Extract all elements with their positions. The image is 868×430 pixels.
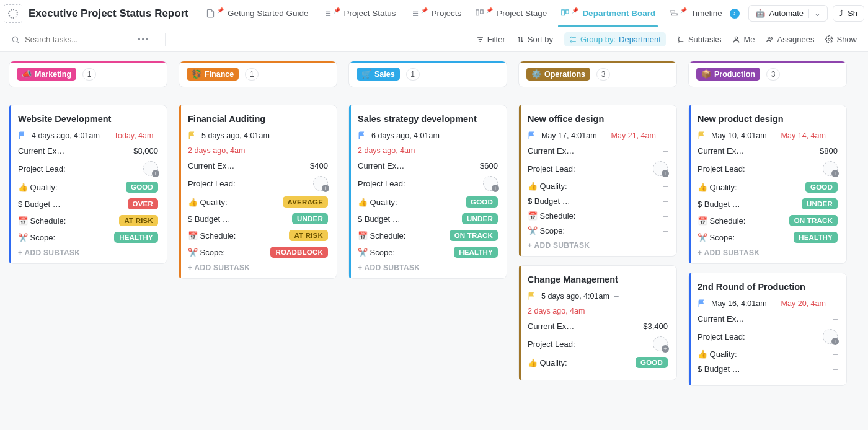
share-button[interactable]: ⤴ Sh: [833, 5, 864, 22]
column-name: Finance: [205, 70, 234, 79]
card-dates: May 17, 4:01am –May 21, 4am: [528, 131, 668, 140]
budget-label: $ Budget …: [698, 364, 740, 374]
share-icon: ⤴: [839, 9, 844, 18]
automate-button[interactable]: 🤖 Automate ⌄: [748, 5, 828, 22]
column-count: 3: [766, 68, 780, 81]
start-date: 4 days ago, 4:01am: [32, 131, 100, 140]
assignee-avatar[interactable]: [483, 176, 498, 191]
column-header[interactable]: 📣 Marketing 1: [9, 61, 167, 87]
budget-label: $ Budget …: [358, 214, 401, 224]
add-subtask-button[interactable]: ADD SUBTASK: [528, 241, 668, 250]
task-card[interactable]: Financial Auditing 5 days ago, 4:01am – …: [179, 105, 337, 279]
schedule-label: 📅 Schedule:: [698, 216, 745, 226]
show-button[interactable]: Show: [825, 35, 857, 44]
board: 📣 Marketing 1 Website Development 4 days…: [0, 52, 868, 407]
group-icon: [569, 35, 577, 43]
column-emoji-icon: 📣: [22, 69, 32, 79]
tab-department-board[interactable]: 📌 Department Board: [554, 0, 662, 27]
add-subtask-button[interactable]: ADD SUBTASK: [358, 263, 498, 272]
expense-label: Current Ex…: [528, 322, 574, 331]
lead-label: Project Lead:: [698, 164, 745, 173]
pin-icon: 📌: [421, 7, 428, 14]
add-subtask-button[interactable]: ADD SUBTASK: [188, 263, 328, 272]
budget-badge: UNDER: [802, 198, 838, 209]
groupby-button[interactable]: Group by: Department: [564, 32, 666, 46]
column-stripe: [349, 61, 507, 63]
add-subtask-button[interactable]: ADD SUBTASK: [18, 248, 158, 257]
search-input[interactable]: [25, 35, 112, 44]
lead-label: Project Lead:: [18, 164, 66, 173]
column-header[interactable]: 💱 Finance 1: [179, 61, 337, 87]
page-title: Executive Project Status Report: [29, 7, 188, 20]
task-card[interactable]: New product design May 10, 4:01am –May 1…: [688, 105, 847, 264]
column-count: 3: [596, 68, 610, 81]
expense-label: Current Ex…: [528, 146, 574, 156]
task-card[interactable]: New office design May 17, 4:01am –May 21…: [518, 105, 677, 257]
assignee-avatar[interactable]: [653, 161, 668, 176]
column-count: 1: [245, 68, 259, 81]
column-header[interactable]: 🛒 Sales 1: [348, 61, 507, 87]
scope-badge: HEALTHY: [794, 232, 838, 243]
chevron-down-icon[interactable]: ⌄: [808, 9, 821, 18]
card-title: Website Development: [18, 114, 158, 124]
svg-rect-13: [480, 10, 483, 14]
card-stripe: [519, 105, 521, 256]
space-icon[interactable]: [4, 4, 22, 23]
task-card[interactable]: Change Management 5 days ago, 4:01am – 2…: [518, 265, 677, 380]
assignee-avatar[interactable]: [823, 161, 838, 176]
svg-rect-12: [476, 10, 479, 15]
card-stripe: [689, 273, 691, 385]
column-stripe: [519, 61, 676, 63]
flag-icon: [188, 131, 197, 140]
assignee-avatar[interactable]: [823, 329, 838, 344]
tab-timeline[interactable]: 📌 Timeline ›: [663, 0, 746, 27]
flag-icon: [528, 292, 536, 301]
pin-icon: 📌: [217, 7, 224, 14]
column-stripe: [689, 61, 846, 63]
more-options[interactable]: •••: [134, 35, 154, 44]
column-tag: 📦 Production: [696, 68, 760, 81]
quality-label: 👍 Quality:: [698, 349, 737, 359]
column-header[interactable]: ⚙️ Operations 3: [518, 61, 677, 87]
filter-button[interactable]: Filter: [476, 35, 505, 44]
svg-point-23: [570, 37, 572, 38]
column-header[interactable]: 📦 Production 3: [688, 61, 847, 87]
card-stripe: [9, 105, 11, 263]
expense-label: Current Ex…: [698, 314, 744, 323]
task-card[interactable]: Sales strategy development 6 days ago, 4…: [348, 105, 507, 279]
sort-button[interactable]: Sort by: [516, 35, 553, 44]
assignee-avatar[interactable]: [143, 161, 158, 176]
me-button[interactable]: Me: [732, 35, 755, 44]
quality-badge: GOOD: [805, 182, 838, 193]
tab-getting-started[interactable]: 📌 Getting Started Guide: [200, 0, 315, 27]
card-title: 2nd Round of Production: [698, 282, 838, 292]
task-card[interactable]: 2nd Round of Production May 16, 4:01am –…: [688, 273, 847, 386]
svg-point-30: [828, 38, 830, 40]
add-subtask-button[interactable]: ADD SUBTASK: [698, 248, 838, 257]
tab-projects[interactable]: 📌 Projects: [404, 0, 468, 27]
scroll-right-icon[interactable]: ›: [730, 9, 740, 19]
search[interactable]: [11, 35, 123, 44]
schedule-badge: AT RISK: [119, 215, 158, 226]
assignee-avatar[interactable]: [313, 176, 328, 191]
board-icon: [560, 9, 570, 18]
card-dates: 5 days ago, 4:01am –: [528, 292, 668, 301]
flag-icon: [528, 131, 536, 140]
start-date: 5 days ago, 4:01am: [202, 131, 270, 140]
card-stripe: [519, 266, 521, 380]
svg-point-29: [771, 38, 773, 40]
subtasks-button[interactable]: Subtasks: [677, 35, 721, 44]
lead-label: Project Lead:: [358, 179, 405, 188]
scope-badge: HEALTHY: [114, 232, 158, 243]
assignees-button[interactable]: Assignees: [766, 35, 814, 44]
expense-value: –: [663, 146, 668, 156]
end-date: May 20, 4am: [781, 299, 826, 308]
assignee-avatar[interactable]: [653, 336, 668, 351]
svg-rect-14: [562, 10, 564, 15]
task-card[interactable]: Website Development 4 days ago, 4:01am –…: [9, 105, 167, 264]
people-icon: [766, 35, 774, 43]
pin-icon: 📌: [572, 7, 578, 14]
tab-project-stage[interactable]: 📌 Project Stage: [469, 0, 553, 27]
tab-project-status[interactable]: 📌 Project Status: [316, 0, 402, 27]
budget-badge: UNDER: [292, 213, 328, 224]
